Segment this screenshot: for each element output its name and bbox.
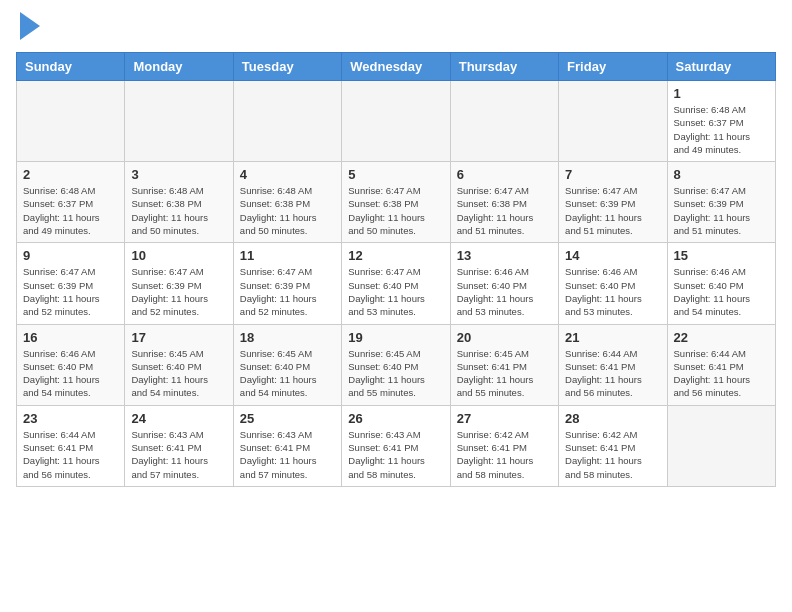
calendar-cell: 19Sunrise: 6:45 AM Sunset: 6:40 PM Dayli…: [342, 324, 450, 405]
calendar-cell: [125, 81, 233, 162]
day-info: Sunrise: 6:48 AM Sunset: 6:38 PM Dayligh…: [131, 184, 226, 237]
calendar-cell: [17, 81, 125, 162]
day-number: 11: [240, 248, 335, 263]
calendar-cell: 21Sunrise: 6:44 AM Sunset: 6:41 PM Dayli…: [559, 324, 667, 405]
day-number: 3: [131, 167, 226, 182]
calendar-cell: [233, 81, 341, 162]
day-number: 13: [457, 248, 552, 263]
header: [16, 16, 776, 40]
logo: [16, 16, 40, 40]
calendar-cell: 20Sunrise: 6:45 AM Sunset: 6:41 PM Dayli…: [450, 324, 558, 405]
day-number: 1: [674, 86, 769, 101]
day-number: 17: [131, 330, 226, 345]
day-info: Sunrise: 6:47 AM Sunset: 6:40 PM Dayligh…: [348, 265, 443, 318]
calendar-week-2: 9Sunrise: 6:47 AM Sunset: 6:39 PM Daylig…: [17, 243, 776, 324]
day-number: 2: [23, 167, 118, 182]
day-number: 4: [240, 167, 335, 182]
day-number: 10: [131, 248, 226, 263]
day-number: 8: [674, 167, 769, 182]
day-number: 5: [348, 167, 443, 182]
calendar-cell: 9Sunrise: 6:47 AM Sunset: 6:39 PM Daylig…: [17, 243, 125, 324]
day-info: Sunrise: 6:47 AM Sunset: 6:39 PM Dayligh…: [131, 265, 226, 318]
weekday-header-thursday: Thursday: [450, 53, 558, 81]
calendar-week-3: 16Sunrise: 6:46 AM Sunset: 6:40 PM Dayli…: [17, 324, 776, 405]
calendar-cell: [342, 81, 450, 162]
calendar-week-1: 2Sunrise: 6:48 AM Sunset: 6:37 PM Daylig…: [17, 162, 776, 243]
weekday-header-row: SundayMondayTuesdayWednesdayThursdayFrid…: [17, 53, 776, 81]
day-info: Sunrise: 6:48 AM Sunset: 6:38 PM Dayligh…: [240, 184, 335, 237]
weekday-header-saturday: Saturday: [667, 53, 775, 81]
weekday-header-tuesday: Tuesday: [233, 53, 341, 81]
calendar-cell: 8Sunrise: 6:47 AM Sunset: 6:39 PM Daylig…: [667, 162, 775, 243]
logo-arrow-icon: [20, 12, 40, 40]
day-info: Sunrise: 6:48 AM Sunset: 6:37 PM Dayligh…: [23, 184, 118, 237]
day-number: 7: [565, 167, 660, 182]
day-info: Sunrise: 6:47 AM Sunset: 6:39 PM Dayligh…: [565, 184, 660, 237]
day-info: Sunrise: 6:47 AM Sunset: 6:38 PM Dayligh…: [457, 184, 552, 237]
day-number: 24: [131, 411, 226, 426]
calendar-cell: 10Sunrise: 6:47 AM Sunset: 6:39 PM Dayli…: [125, 243, 233, 324]
calendar-cell: [559, 81, 667, 162]
day-info: Sunrise: 6:47 AM Sunset: 6:38 PM Dayligh…: [348, 184, 443, 237]
calendar-header: SundayMondayTuesdayWednesdayThursdayFrid…: [17, 53, 776, 81]
day-number: 20: [457, 330, 552, 345]
calendar-week-0: 1Sunrise: 6:48 AM Sunset: 6:37 PM Daylig…: [17, 81, 776, 162]
day-number: 25: [240, 411, 335, 426]
day-info: Sunrise: 6:45 AM Sunset: 6:40 PM Dayligh…: [131, 347, 226, 400]
calendar-cell: 17Sunrise: 6:45 AM Sunset: 6:40 PM Dayli…: [125, 324, 233, 405]
day-info: Sunrise: 6:43 AM Sunset: 6:41 PM Dayligh…: [348, 428, 443, 481]
calendar-cell: 6Sunrise: 6:47 AM Sunset: 6:38 PM Daylig…: [450, 162, 558, 243]
day-number: 16: [23, 330, 118, 345]
calendar-cell: 23Sunrise: 6:44 AM Sunset: 6:41 PM Dayli…: [17, 405, 125, 486]
day-info: Sunrise: 6:44 AM Sunset: 6:41 PM Dayligh…: [565, 347, 660, 400]
calendar-cell: 12Sunrise: 6:47 AM Sunset: 6:40 PM Dayli…: [342, 243, 450, 324]
calendar-cell: 7Sunrise: 6:47 AM Sunset: 6:39 PM Daylig…: [559, 162, 667, 243]
calendar-cell: 14Sunrise: 6:46 AM Sunset: 6:40 PM Dayli…: [559, 243, 667, 324]
day-info: Sunrise: 6:42 AM Sunset: 6:41 PM Dayligh…: [457, 428, 552, 481]
calendar-cell: 16Sunrise: 6:46 AM Sunset: 6:40 PM Dayli…: [17, 324, 125, 405]
day-info: Sunrise: 6:44 AM Sunset: 6:41 PM Dayligh…: [674, 347, 769, 400]
day-info: Sunrise: 6:46 AM Sunset: 6:40 PM Dayligh…: [23, 347, 118, 400]
day-number: 19: [348, 330, 443, 345]
day-number: 12: [348, 248, 443, 263]
calendar-table: SundayMondayTuesdayWednesdayThursdayFrid…: [16, 52, 776, 487]
calendar-cell: 28Sunrise: 6:42 AM Sunset: 6:41 PM Dayli…: [559, 405, 667, 486]
calendar-cell: 27Sunrise: 6:42 AM Sunset: 6:41 PM Dayli…: [450, 405, 558, 486]
calendar-cell: 26Sunrise: 6:43 AM Sunset: 6:41 PM Dayli…: [342, 405, 450, 486]
calendar-cell: [450, 81, 558, 162]
weekday-header-monday: Monday: [125, 53, 233, 81]
calendar-cell: 4Sunrise: 6:48 AM Sunset: 6:38 PM Daylig…: [233, 162, 341, 243]
day-number: 23: [23, 411, 118, 426]
day-number: 21: [565, 330, 660, 345]
calendar-cell: 13Sunrise: 6:46 AM Sunset: 6:40 PM Dayli…: [450, 243, 558, 324]
day-info: Sunrise: 6:47 AM Sunset: 6:39 PM Dayligh…: [23, 265, 118, 318]
calendar-cell: 3Sunrise: 6:48 AM Sunset: 6:38 PM Daylig…: [125, 162, 233, 243]
day-number: 22: [674, 330, 769, 345]
day-number: 9: [23, 248, 118, 263]
day-number: 26: [348, 411, 443, 426]
day-number: 6: [457, 167, 552, 182]
calendar-cell: 24Sunrise: 6:43 AM Sunset: 6:41 PM Dayli…: [125, 405, 233, 486]
day-info: Sunrise: 6:44 AM Sunset: 6:41 PM Dayligh…: [23, 428, 118, 481]
day-info: Sunrise: 6:47 AM Sunset: 6:39 PM Dayligh…: [674, 184, 769, 237]
day-info: Sunrise: 6:47 AM Sunset: 6:39 PM Dayligh…: [240, 265, 335, 318]
weekday-header-wednesday: Wednesday: [342, 53, 450, 81]
day-info: Sunrise: 6:46 AM Sunset: 6:40 PM Dayligh…: [457, 265, 552, 318]
calendar-cell: 5Sunrise: 6:47 AM Sunset: 6:38 PM Daylig…: [342, 162, 450, 243]
calendar-cell: 11Sunrise: 6:47 AM Sunset: 6:39 PM Dayli…: [233, 243, 341, 324]
calendar-cell: 25Sunrise: 6:43 AM Sunset: 6:41 PM Dayli…: [233, 405, 341, 486]
weekday-header-friday: Friday: [559, 53, 667, 81]
day-number: 14: [565, 248, 660, 263]
page: SundayMondayTuesdayWednesdayThursdayFrid…: [0, 0, 792, 503]
calendar-week-4: 23Sunrise: 6:44 AM Sunset: 6:41 PM Dayli…: [17, 405, 776, 486]
weekday-header-sunday: Sunday: [17, 53, 125, 81]
day-info: Sunrise: 6:45 AM Sunset: 6:40 PM Dayligh…: [348, 347, 443, 400]
calendar-cell: 1Sunrise: 6:48 AM Sunset: 6:37 PM Daylig…: [667, 81, 775, 162]
calendar-cell: 18Sunrise: 6:45 AM Sunset: 6:40 PM Dayli…: [233, 324, 341, 405]
day-info: Sunrise: 6:45 AM Sunset: 6:41 PM Dayligh…: [457, 347, 552, 400]
calendar-cell: 22Sunrise: 6:44 AM Sunset: 6:41 PM Dayli…: [667, 324, 775, 405]
day-info: Sunrise: 6:46 AM Sunset: 6:40 PM Dayligh…: [674, 265, 769, 318]
day-info: Sunrise: 6:48 AM Sunset: 6:37 PM Dayligh…: [674, 103, 769, 156]
calendar-body: 1Sunrise: 6:48 AM Sunset: 6:37 PM Daylig…: [17, 81, 776, 487]
day-info: Sunrise: 6:43 AM Sunset: 6:41 PM Dayligh…: [240, 428, 335, 481]
